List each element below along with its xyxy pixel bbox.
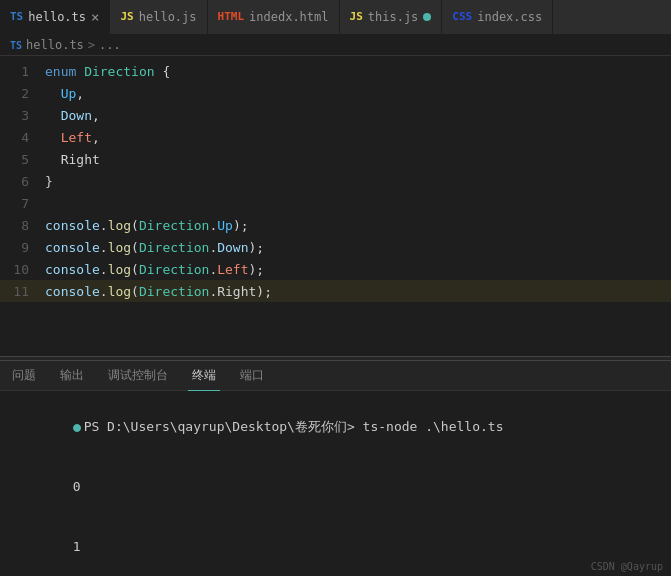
modified-indicator bbox=[423, 13, 431, 21]
line-number: 2 bbox=[0, 86, 45, 101]
tab-label: hello.js bbox=[139, 10, 197, 24]
html-icon: HTML bbox=[218, 10, 245, 23]
tab-label: this.js bbox=[368, 10, 419, 24]
line-content: console.log(Direction.Up); bbox=[45, 218, 671, 233]
tab-problems[interactable]: 问题 bbox=[8, 361, 40, 391]
line-number: 1 bbox=[0, 64, 45, 79]
line-content: } bbox=[45, 174, 671, 189]
close-icon[interactable]: × bbox=[91, 10, 99, 24]
ts-icon: TS bbox=[10, 10, 23, 23]
line-number: 6 bbox=[0, 174, 45, 189]
tab-this-js[interactable]: JS this.js bbox=[340, 0, 443, 34]
line-number: 9 bbox=[0, 240, 45, 255]
line-8: 8 console.log(Direction.Up); bbox=[0, 214, 671, 236]
tab-output[interactable]: 输出 bbox=[56, 361, 88, 391]
line-number: 7 bbox=[0, 196, 45, 211]
line-number: 10 bbox=[0, 262, 45, 277]
js-icon: JS bbox=[120, 10, 133, 23]
line-5: 5 Right bbox=[0, 148, 671, 170]
line-number: 4 bbox=[0, 130, 45, 145]
terminal-line-3: 1 bbox=[10, 517, 661, 570]
line-3: 3 Down, bbox=[0, 104, 671, 126]
line-7: 7 bbox=[0, 192, 671, 214]
js-icon: JS bbox=[350, 10, 363, 23]
line-10: 10 console.log(Direction.Left); bbox=[0, 258, 671, 280]
tab-index-css[interactable]: CSS index.css bbox=[442, 0, 553, 34]
breadcrumb: TS hello.ts > ... bbox=[0, 35, 671, 56]
breadcrumb-separator: > bbox=[88, 38, 95, 52]
tab-hello-ts[interactable]: TS hello.ts × bbox=[0, 0, 110, 34]
line-content: Left, bbox=[45, 130, 671, 145]
line-number: 11 bbox=[0, 284, 45, 299]
css-icon: CSS bbox=[452, 10, 472, 23]
line-11: 11 console.log(Direction.Right); bbox=[0, 280, 671, 302]
tab-bar: TS hello.ts × JS hello.js HTML indedx.ht… bbox=[0, 0, 671, 35]
line-content: Down, bbox=[45, 108, 671, 123]
terminal-content[interactable]: PS D:\Users\qayrup\Desktop\卷死你们> ts-node… bbox=[0, 391, 671, 570]
line-content: Up, bbox=[45, 86, 671, 101]
editor-area: 1 enum Direction { 2 Up, 3 Down, 4 Left,… bbox=[0, 56, 671, 356]
dot-filled-icon bbox=[73, 424, 81, 432]
tab-debug-console[interactable]: 调试控制台 bbox=[104, 361, 172, 391]
tab-label: indedx.html bbox=[249, 10, 328, 24]
terminal-tab-bar: 问题 输出 调试控制台 终端 端口 bbox=[0, 361, 671, 391]
line-2: 2 Up, bbox=[0, 82, 671, 104]
line-content: console.log(Direction.Left); bbox=[45, 262, 671, 277]
tab-indedx-html[interactable]: HTML indedx.html bbox=[208, 0, 340, 34]
breadcrumb-file: hello.ts bbox=[26, 38, 84, 52]
output-1: 1 bbox=[73, 539, 81, 554]
tab-hello-js[interactable]: JS hello.js bbox=[110, 0, 207, 34]
line-content: console.log(Direction.Right); bbox=[45, 284, 671, 299]
prompt-text: PS D:\Users\qayrup\Desktop\卷死你们> ts-node… bbox=[84, 419, 504, 434]
line-4: 4 Left, bbox=[0, 126, 671, 148]
watermark: CSDN @Qayrup bbox=[591, 561, 663, 572]
terminal-panel: 问题 输出 调试控制台 终端 端口 PS D:\Users\qayrup\Des… bbox=[0, 361, 671, 570]
ts-breadcrumb-icon: TS bbox=[10, 40, 22, 51]
tab-label: index.css bbox=[477, 10, 542, 24]
line-content: console.log(Direction.Down); bbox=[45, 240, 671, 255]
breadcrumb-item: ... bbox=[99, 38, 121, 52]
line-6: 6 } bbox=[0, 170, 671, 192]
tab-label: hello.ts bbox=[28, 10, 86, 24]
line-1: 1 enum Direction { bbox=[0, 60, 671, 82]
output-0: 0 bbox=[73, 479, 81, 494]
tab-ports[interactable]: 端口 bbox=[236, 361, 268, 391]
line-content: enum Direction { bbox=[45, 64, 671, 79]
terminal-line-2: 0 bbox=[10, 457, 661, 517]
tab-terminal[interactable]: 终端 bbox=[188, 361, 220, 391]
terminal-line-1: PS D:\Users\qayrup\Desktop\卷死你们> ts-node… bbox=[10, 397, 661, 457]
line-number: 3 bbox=[0, 108, 45, 123]
line-number: 5 bbox=[0, 152, 45, 167]
line-content: Right bbox=[45, 152, 671, 167]
line-9: 9 console.log(Direction.Down); bbox=[0, 236, 671, 258]
line-number: 8 bbox=[0, 218, 45, 233]
